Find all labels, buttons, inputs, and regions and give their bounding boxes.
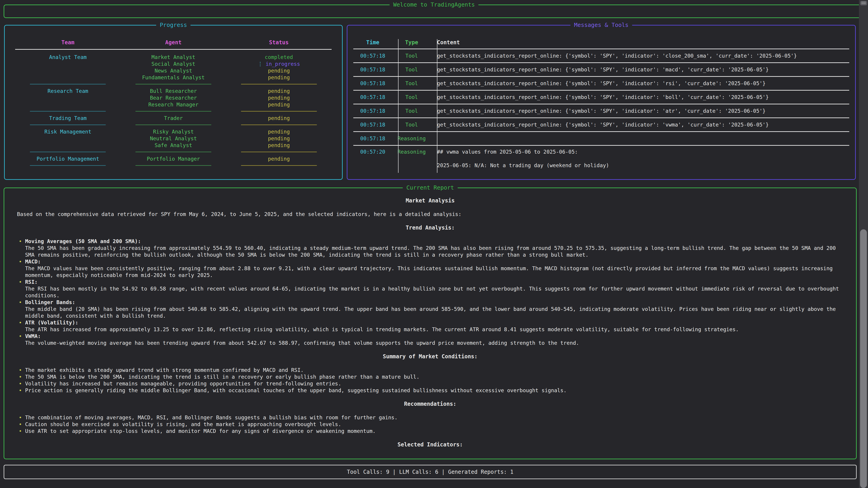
report-heading: Summary of Market Conditions:: [4, 353, 856, 360]
status-badge: pending: [226, 67, 332, 74]
table-row: 00:57:18 Tool get_stockstats_indicators_…: [353, 118, 849, 131]
status-badge: pending: [226, 94, 332, 101]
scrollbar-thumb[interactable]: [860, 229, 867, 488]
table-row: Neutral Analyst pending: [15, 135, 332, 142]
table-row: Fundamentals Analyst pending: [15, 74, 332, 81]
bullet-icon: •: [19, 258, 25, 265]
messages-table-header: Time Type Content: [353, 39, 849, 46]
messages-tools-panel: Messages & Tools Time Type Content 00:57…: [347, 25, 856, 180]
list-item: •MACD:: [19, 258, 856, 265]
list-item: •Use ATR to set appropriate stop-loss le…: [19, 428, 856, 434]
list-item: •The market exhibits a steady upward tre…: [19, 367, 856, 373]
bullet-icon: •: [19, 299, 25, 306]
report-heading: Trend Analysis:: [4, 224, 856, 231]
table-row: Bear Researcher pending: [15, 94, 332, 101]
table-row: Research Manager pending: [15, 101, 332, 108]
table-row: 00:57:18 Tool get_stockstats_indicators_…: [353, 91, 849, 104]
table-row: Research Team Bull Researcher pending: [15, 88, 332, 94]
status-badge: ⋮in_progress: [226, 61, 332, 67]
col-time: Time: [353, 39, 392, 46]
list-item: •Price action is generally riding the mi…: [19, 387, 856, 394]
group-separator: [15, 81, 332, 88]
status-badge: pending: [226, 135, 332, 142]
bullet-icon: •: [19, 367, 25, 373]
table-row: 00:57:18 Tool get_stockstats_indicators_…: [353, 77, 849, 90]
bullet-icon: •: [19, 414, 25, 421]
stats-text: Tool Calls: 9 | LLM Calls: 6 | Generated…: [4, 465, 856, 479]
progress-table-header: Team Agent Status: [15, 39, 332, 46]
progress-panel: Progress Team Agent Status Analyst Team …: [4, 25, 343, 180]
list-item: •Caution should be exercised as volatili…: [19, 421, 856, 428]
list-item: •Volatility has increased but remains ma…: [19, 380, 856, 387]
bullet-icon: •: [19, 319, 25, 326]
messages-tools-title: Messages & Tools: [570, 22, 632, 28]
bullet-icon: •: [19, 333, 25, 339]
header-rule: [15, 49, 332, 50]
col-team: Team: [15, 39, 121, 46]
list-item: •ATR (Volatility):: [19, 319, 856, 326]
status-badge: pending: [226, 115, 332, 122]
table-row: Safe Analyst pending: [15, 142, 332, 149]
list-item: •Bollinger Bands:: [19, 299, 856, 306]
col-status: Status: [226, 39, 332, 46]
table-row: 00:57:18 Tool get_stockstats_indicators_…: [353, 104, 849, 118]
table-row: 00:57:18 Tool get_stockstats_indicators_…: [353, 49, 849, 62]
progress-title: Progress: [156, 22, 191, 28]
status-badge: pending: [226, 156, 332, 162]
table-row: 00:57:18 Reasoning: [353, 132, 849, 145]
bullet-icon: •: [19, 387, 25, 394]
bullet-icon: •: [19, 279, 25, 285]
spinner-icon: ⋮: [258, 61, 263, 67]
status-badge: pending: [226, 142, 332, 149]
current-report-title: Current Report: [403, 184, 458, 191]
scrollbar-top-button[interactable]: [860, 1, 867, 5]
list-item: •The 50 SMA is below the 200 SMA, indica…: [19, 373, 856, 380]
stats-footer-panel: Tool Calls: 9 | LLM Calls: 6 | Generated…: [4, 465, 857, 479]
table-row: Social Analyst ⋮in_progress: [15, 61, 332, 67]
status-badge: completed: [226, 54, 332, 61]
group-separator: [15, 162, 332, 169]
scrollbar-track[interactable]: [859, 0, 868, 488]
report-heading: Recommendations:: [4, 400, 856, 408]
status-badge: pending: [226, 88, 332, 94]
status-badge: pending: [226, 128, 332, 135]
current-report-panel: Current Report Market Analysis Based on …: [4, 188, 857, 459]
list-item: •RSI:: [19, 279, 856, 285]
bullet-icon: •: [19, 238, 25, 245]
status-badge: pending: [226, 101, 332, 108]
column-divider: [398, 39, 399, 173]
column-divider: [437, 39, 437, 173]
list-item: •Moving Averages (50 SMA and 200 SMA):: [19, 238, 856, 245]
table-row: 00:57:20 Reasoning ## vwma values from 2…: [353, 146, 849, 173]
table-row: Portfolio Management Portfolio Manager p…: [15, 156, 332, 162]
messages-table: Time Type Content 00:57:18 Tool get_stoc…: [353, 39, 849, 173]
report-heading: Market Analysis: [4, 197, 856, 204]
list-item: •VWMA:: [19, 333, 856, 339]
bullet-icon: •: [19, 421, 25, 428]
welcome-title: Welcome to TradingAgents: [390, 1, 478, 8]
bullet-icon: •: [19, 428, 25, 434]
group-separator: [15, 149, 332, 156]
bullet-icon: •: [19, 373, 25, 380]
report-body: Market Analysis Based on the comprehensi…: [4, 188, 856, 448]
group-separator: [15, 108, 332, 115]
progress-table: Team Agent Status Analyst Team Market An…: [15, 39, 332, 169]
col-content: Content: [431, 39, 849, 46]
report-heading: Selected Indicators:: [4, 441, 856, 448]
table-row: News Analyst pending: [15, 67, 332, 74]
table-row: Analyst Team Market Analyst completed: [15, 54, 332, 61]
status-badge: pending: [226, 74, 332, 81]
list-item: •The combination of moving averages, MAC…: [19, 414, 856, 421]
group-separator: [15, 122, 332, 128]
table-row: 00:57:18 Tool get_stockstats_indicators_…: [353, 63, 849, 76]
col-agent: Agent: [121, 39, 226, 46]
table-row: Risk Management Risky Analyst pending: [15, 128, 332, 135]
welcome-panel: Welcome to TradingAgents: [4, 4, 864, 18]
report-text: Based on the comprehensive data retrieve…: [4, 211, 856, 218]
table-row: Trading Team Trader pending: [15, 115, 332, 122]
bullet-icon: •: [19, 380, 25, 387]
